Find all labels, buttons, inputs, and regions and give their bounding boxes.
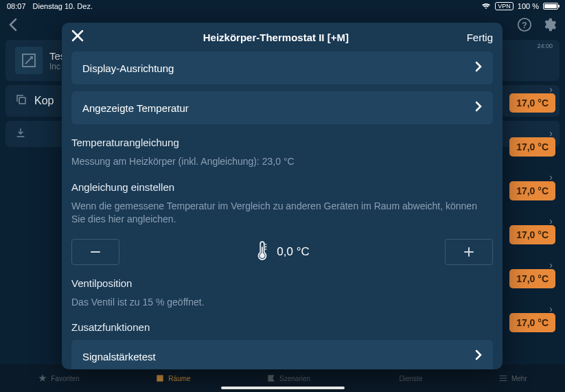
tab-mehr[interactable]: Mehr [498, 373, 527, 383]
done-button[interactable]: Fertig [467, 32, 493, 43]
settings-icon[interactable] [542, 17, 557, 35]
offset-value: 0,0 °C [277, 245, 309, 259]
more-icon [498, 373, 508, 383]
info-valve-position: Das Ventil ist zu 15 % geöffnet. [71, 296, 493, 310]
tab-dienste[interactable]: Dienste [387, 373, 423, 383]
label-adjust: Angleichung einstellen [71, 181, 493, 193]
thermometer-icon [255, 239, 270, 265]
status-bar: 08:07 Dienstag 10. Dez. VPN 100 % [0, 0, 565, 12]
tab-raeume[interactable]: Räume [155, 373, 190, 383]
device-settings-modal: Heizkörper-Thermostat II [+M] Fertig Dis… [62, 23, 503, 369]
star-icon [38, 373, 47, 383]
scenarios-icon [266, 373, 276, 383]
temp-chip[interactable]: 17,0 °C [509, 269, 555, 288]
time-label: 24:00 [537, 43, 553, 49]
plus-icon [462, 245, 476, 259]
increment-button[interactable] [445, 239, 493, 265]
wand-icon [15, 47, 43, 74]
label-valve-position: Ventilposition [71, 277, 493, 289]
svg-point-4 [261, 253, 265, 257]
row-label: Angezeigte Temperatur [82, 102, 189, 114]
row-signal-test[interactable]: Signalstärketest [71, 340, 493, 369]
temp-chip[interactable]: 17,0 °C [509, 225, 555, 244]
row-label: Signalstärketest [82, 351, 156, 362]
tab-favoriten[interactable]: Favoriten [38, 373, 80, 383]
label-temp-alignment: Temperaturangleichung [71, 137, 493, 148]
status-date: Dienstag 10. Dez. [33, 2, 93, 10]
back-button[interactable] [8, 18, 18, 35]
status-time: 08:07 [7, 2, 26, 10]
decrement-button[interactable] [71, 239, 119, 265]
chevron-right-icon [475, 61, 482, 75]
temp-chip[interactable]: 17,0 °C [509, 137, 555, 157]
close-button[interactable] [71, 30, 85, 45]
home-indicator[interactable] [221, 387, 345, 389]
row-shown-temperature[interactable]: Angezeigte Temperatur [71, 91, 493, 124]
info-temp-alignment: Messung am Heizkörper (inkl. Angleichung… [71, 155, 493, 169]
temp-chip[interactable]: 17,0 °C [509, 181, 555, 200]
help-icon[interactable]: ? [517, 17, 532, 35]
battery-icon [543, 3, 558, 10]
row-display-orientation[interactable]: Display-Ausrichtung [71, 51, 493, 84]
wifi-icon [481, 3, 491, 10]
modal-body: Display-Ausrichtung Angezeigte Temperatu… [62, 51, 503, 369]
battery-percent: 100 % [518, 2, 539, 10]
temp-chip[interactable]: 17,0 °C [509, 93, 555, 113]
label-extra-functions: Zusatzfunktionen [71, 321, 493, 333]
svg-text:?: ? [522, 20, 527, 30]
minus-icon [89, 245, 102, 259]
temp-chip[interactable]: 17,0 °C [509, 313, 555, 332]
modal-title: Heizkörper-Thermostat II [+M] [85, 32, 467, 43]
row-label: Display-Ausrichtung [82, 62, 174, 74]
chevron-right-icon [475, 101, 482, 115]
tab-szenarien[interactable]: Szenarien [266, 373, 310, 383]
rooms-icon [155, 373, 165, 383]
offset-stepper: 0,0 °C [71, 239, 493, 265]
chevron-right-icon [475, 349, 482, 363]
svg-rect-3 [157, 375, 163, 381]
vpn-badge: VPN [495, 2, 514, 10]
info-adjust: Wenn die gemessene Temperatur im Verglei… [71, 200, 493, 227]
modal-header: Heizkörper-Thermostat II [+M] Fertig [62, 23, 503, 51]
services-icon [387, 373, 396, 383]
